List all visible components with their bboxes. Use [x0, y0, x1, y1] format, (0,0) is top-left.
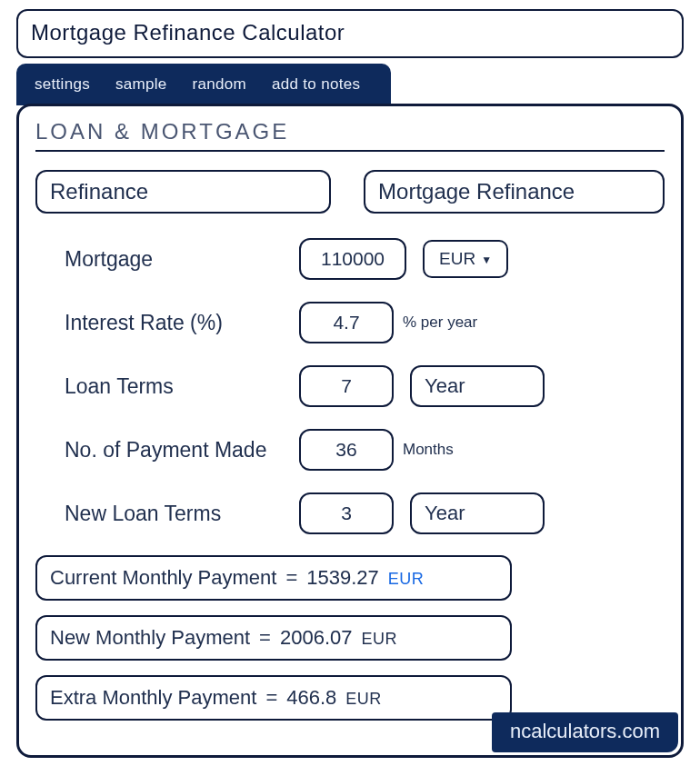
category-row: Refinance Mortgage Refinance — [35, 170, 665, 214]
tab-random[interactable]: random — [180, 70, 259, 99]
row-mortgage: Mortgage 110000 EUR ▼ — [65, 237, 665, 281]
tab-settings[interactable]: settings — [22, 70, 103, 99]
section-title: LOAN & MORTGAGE — [35, 119, 665, 152]
row-interest: Interest Rate (%) 4.7 % per year — [65, 301, 665, 344]
label-newterms: New Loan Terms — [65, 501, 299, 527]
unit-interest: % per year — [403, 313, 477, 332]
label-payments: No. of Payment Made — [65, 437, 299, 463]
input-terms[interactable]: 7 — [299, 365, 394, 407]
app: Mortgage Refinance Calculator settings s… — [0, 0, 700, 766]
result-extra: Extra Monthly Payment = 466.8 EUR — [35, 675, 512, 721]
result-new-value: 2006.07 — [280, 626, 353, 650]
tab-sample[interactable]: sample — [103, 70, 180, 99]
input-interest[interactable]: 4.7 — [299, 302, 394, 343]
currency-select[interactable]: EUR ▼ — [423, 240, 508, 278]
category-mortgage-refinance[interactable]: Mortgage Refinance — [364, 170, 665, 214]
equals-sign: = — [259, 626, 271, 650]
currency-value: EUR — [439, 249, 475, 269]
label-mortgage: Mortgage — [65, 246, 299, 273]
result-new-label: New Monthly Payment — [50, 626, 250, 650]
result-current-value: 1539.27 — [306, 566, 379, 590]
result-new: New Monthly Payment = 2006.07 EUR — [35, 615, 512, 661]
chevron-down-icon: ▼ — [481, 254, 492, 266]
result-extra-label: Extra Monthly Payment — [50, 686, 256, 710]
tabs: settings sample random add to notes — [16, 64, 391, 105]
results: Current Monthly Payment = 1539.27 EUR Ne… — [35, 555, 665, 721]
result-current-label: Current Monthly Payment — [50, 566, 276, 590]
input-newterms[interactable]: 3 — [299, 492, 394, 534]
main-panel: LOAN & MORTGAGE Refinance Mortgage Refin… — [16, 104, 684, 758]
category-refinance[interactable]: Refinance — [35, 170, 331, 214]
equals-sign: = — [285, 566, 297, 590]
result-current: Current Monthly Payment = 1539.27 EUR — [35, 555, 512, 601]
result-extra-unit: EUR — [345, 690, 382, 709]
input-payments[interactable]: 36 — [299, 429, 394, 471]
label-interest: Interest Rate (%) — [65, 310, 299, 336]
select-terms-unit[interactable]: Year — [410, 365, 545, 407]
form: Mortgage 110000 EUR ▼ Interest Rate (%) … — [35, 237, 665, 535]
result-current-unit[interactable]: EUR — [388, 570, 425, 589]
row-newterms: New Loan Terms 3 Year — [65, 492, 665, 535]
brand-link[interactable]: ncalculators.com — [492, 712, 678, 752]
select-newterms-unit[interactable]: Year — [410, 492, 545, 534]
row-terms: Loan Terms 7 Year — [65, 364, 665, 408]
input-mortgage[interactable]: 110000 — [299, 238, 406, 280]
unit-payments: Months — [403, 441, 454, 459]
row-payments: No. of Payment Made 36 Months — [65, 428, 665, 472]
result-new-unit: EUR — [361, 630, 397, 649]
label-terms: Loan Terms — [65, 373, 299, 400]
page-title: Mortgage Refinance Calculator — [16, 9, 684, 58]
result-extra-value: 466.8 — [286, 686, 336, 710]
equals-sign: = — [265, 686, 277, 710]
tab-add-to-notes[interactable]: add to notes — [259, 70, 373, 99]
